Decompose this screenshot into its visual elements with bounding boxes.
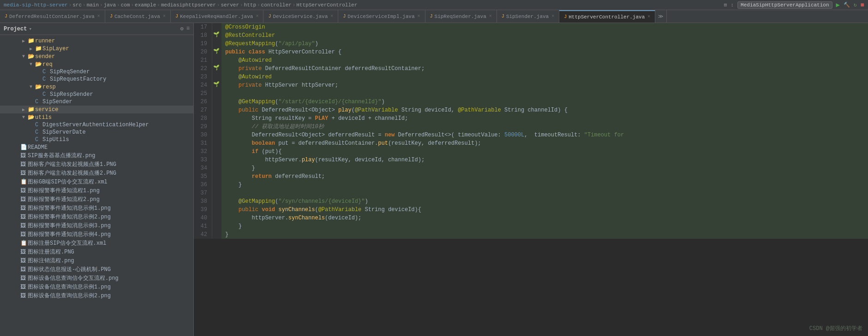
- tree-item-digest-auth[interactable]: C DigestServerAuthenticationHelper: [0, 121, 193, 129]
- tab-sip-sender[interactable]: J SipSender.java ×: [497, 10, 559, 23]
- java-class-icon: C: [42, 69, 50, 75]
- tree-item-label: sender: [35, 53, 55, 60]
- line-number: 38: [194, 197, 212, 206]
- tab-sip-req-sender[interactable]: J SipReqSender.java ×: [425, 10, 497, 23]
- tab-device-service-impl[interactable]: J DeviceServiceImpl.java ×: [338, 10, 425, 23]
- collapse-icon[interactable]: ≡: [186, 25, 190, 32]
- tree-item-label: 图标注销流程.png: [28, 257, 74, 265]
- tab-deferred-result-container[interactable]: J DeferredResultContainer.java ×: [0, 10, 105, 23]
- close-icon[interactable]: ×: [256, 14, 258, 19]
- tree-item-sipsender[interactable]: C SipSender: [0, 98, 193, 106]
- code-line: 33 httpServer.play(resultKey, deviceId, …: [194, 156, 868, 164]
- close-icon[interactable]: ×: [97, 14, 100, 19]
- line-number: 27: [194, 106, 212, 114]
- run-config-selector[interactable]: MediaSipHttpServerApplication: [737, 1, 832, 9]
- line-content: @CrossOrigin: [221, 23, 868, 31]
- sidebar-header-icons: ⚙ ≡: [180, 25, 190, 32]
- line-number: 36: [194, 181, 212, 189]
- tree-item-img15[interactable]: 🖼 图标设备信息查询信息示例2.png: [0, 291, 193, 300]
- close-icon[interactable]: ×: [330, 14, 333, 19]
- build-icon[interactable]: 🔨: [844, 2, 850, 8]
- line-number: 40: [194, 214, 212, 222]
- java-file-icon: J: [502, 14, 504, 19]
- expand-arrow: ▼: [30, 62, 35, 67]
- tree-item-img14[interactable]: 🖼 图标设备信息查询信息示例1.png: [0, 283, 193, 291]
- code-editor: 17 @CrossOrigin 18 🌱 @RestController 19 …: [194, 23, 868, 336]
- tree-item-sipreqsender[interactable]: C SipReqSender: [0, 68, 193, 76]
- code-line: 34 }: [194, 164, 868, 172]
- tree-item-label: 图标报警事件通知流程2.png: [28, 195, 100, 203]
- tree-item-img2[interactable]: 🖼 图标客户端主动发起视频点播1.PNG: [0, 160, 193, 169]
- tree-item-img13[interactable]: 🖼 图标设备信息查询信令交互流程.png: [0, 274, 193, 283]
- image-icon: 🖼: [20, 257, 28, 264]
- tree-item-runner[interactable]: ▶ 📁 runner: [0, 37, 193, 45]
- tree-item-img10[interactable]: 🖼 图标注册流程.PNG: [0, 248, 193, 256]
- folder-icon: 📂: [28, 53, 35, 60]
- tree-item-img12[interactable]: 🖼 图标状态信息报送-心跳机制.PNG: [0, 265, 193, 274]
- image-icon: 🖼: [20, 213, 28, 220]
- tree-item-siplayer[interactable]: ▶ 📁 SipLayer: [0, 45, 193, 53]
- folder-icon: 📁: [28, 37, 35, 44]
- bean-icon[interactable]: 🌱: [213, 82, 220, 87]
- code-line: 35 return deferredResult;: [194, 172, 868, 181]
- tree-item-service[interactable]: ▶ 📁 service: [0, 106, 193, 113]
- bean-icon[interactable]: 🌱: [213, 32, 220, 37]
- tab-overflow[interactable]: ≫: [655, 10, 667, 23]
- tab-label: DeviceServiceImpl.java: [347, 14, 414, 19]
- settings-icon[interactable]: ⚙: [180, 25, 184, 32]
- tree-item-xml1[interactable]: 📋 图标GB端SIP信令交互流程.xml: [0, 177, 193, 186]
- image-icon: 🖼: [20, 283, 28, 290]
- image-icon: 🖼: [20, 170, 28, 177]
- tree-item-img11[interactable]: 🖼 图标注销流程.png: [0, 256, 193, 265]
- close-icon[interactable]: ×: [163, 14, 166, 19]
- tree-item-img6[interactable]: 🖼 图标报警事件通知消息示例1.png: [0, 204, 193, 212]
- tab-device-service[interactable]: J DeviceService.java ×: [263, 10, 338, 23]
- code-content[interactable]: 17 @CrossOrigin 18 🌱 @RestController 19 …: [194, 23, 868, 336]
- tree-item-xml2[interactable]: 📋 图标注册SIP信令交互流程.xml: [0, 239, 193, 248]
- close-icon[interactable]: ×: [418, 14, 420, 19]
- tree-item-resp[interactable]: ▼ 📂 resp: [0, 83, 193, 91]
- breadcrumb: media-sip-http-server › src › main › jav…: [4, 2, 724, 8]
- tree-item-sip-utils[interactable]: C SipUtils: [0, 136, 193, 143]
- close-icon[interactable]: ×: [489, 14, 492, 19]
- tree-item-label: 图标报警事件通知消息示例2.png: [28, 213, 111, 221]
- tree-item-siprequestfactory[interactable]: C SipRequestFactory: [0, 76, 193, 83]
- image-icon: 🖼: [20, 266, 28, 273]
- tree-item-label: 图标注册流程.PNG: [28, 248, 74, 256]
- image-icon: 🖼: [20, 205, 28, 212]
- arrow-icon: ↕: [730, 2, 734, 8]
- tab-cache-const[interactable]: J CacheConst.java ×: [105, 10, 171, 23]
- tab-keepalive-req-handler[interactable]: J KeepaliveReqHandler.java ×: [171, 10, 263, 23]
- code-lines: 17 @CrossOrigin 18 🌱 @RestController 19 …: [194, 23, 868, 239]
- tree-item-sender[interactable]: ▼ 📂 sender: [0, 53, 193, 60]
- tree-item-label: 图标GB端SIP信令交互流程.xml: [28, 178, 108, 186]
- close-icon[interactable]: ×: [551, 14, 554, 19]
- tree-item-utils[interactable]: ▼ 📂 utils: [0, 113, 193, 121]
- java-file-icon: J: [430, 14, 433, 19]
- tree-item-img1[interactable]: 🖼 SIP服务器基点播流程.png: [0, 151, 193, 160]
- tree-item-img5[interactable]: 🖼 图标报警事件通知流程2.png: [0, 195, 193, 204]
- line-gutter: [212, 147, 221, 156]
- update-icon[interactable]: ↻: [854, 2, 857, 8]
- tree-item-readme[interactable]: 📄 README: [0, 143, 193, 151]
- tree-item-img7[interactable]: 🖼 图标报警事件通知消息示例2.png: [0, 212, 193, 221]
- stop-button[interactable]: ■: [861, 1, 864, 9]
- tree-item-label: 图标设备信息查询信令交互流程.png: [28, 274, 119, 282]
- line-content: boolean put = deferredResultContainer.pu…: [221, 139, 868, 147]
- tree-item-sip-server-date[interactable]: C SipServerDate: [0, 129, 193, 136]
- line-content: }: [221, 230, 868, 239]
- tab-http-server-controller[interactable]: J HttpServerController.java ×: [559, 10, 655, 23]
- tree-item-img8[interactable]: 🖼 图标报警事件通知消息示例3.png: [0, 221, 193, 230]
- tree-item-img4[interactable]: 🖼 图标报警事件通知流程1.png: [0, 186, 193, 195]
- tree-item-siprespsender[interactable]: C SipRespSender: [0, 91, 193, 98]
- code-line: 31 boolean put = deferredResultContainer…: [194, 139, 868, 147]
- bean-icon[interactable]: 🌱: [213, 65, 220, 71]
- code-line: 29 // 获取流地址超时时间10秒: [194, 123, 868, 131]
- tree-item-img9[interactable]: 🖼 图标报警事件通知消息示例4.png: [0, 230, 193, 239]
- code-line: 37: [194, 189, 868, 197]
- run-button[interactable]: ▶: [836, 1, 840, 9]
- tree-item-req[interactable]: ▼ 📂 req: [0, 60, 193, 68]
- bean-icon[interactable]: 🌱: [213, 48, 220, 54]
- close-icon[interactable]: ×: [647, 14, 650, 19]
- tree-item-img3[interactable]: 🖼 图标客户端主动发起视频点播2.PNG: [0, 169, 193, 177]
